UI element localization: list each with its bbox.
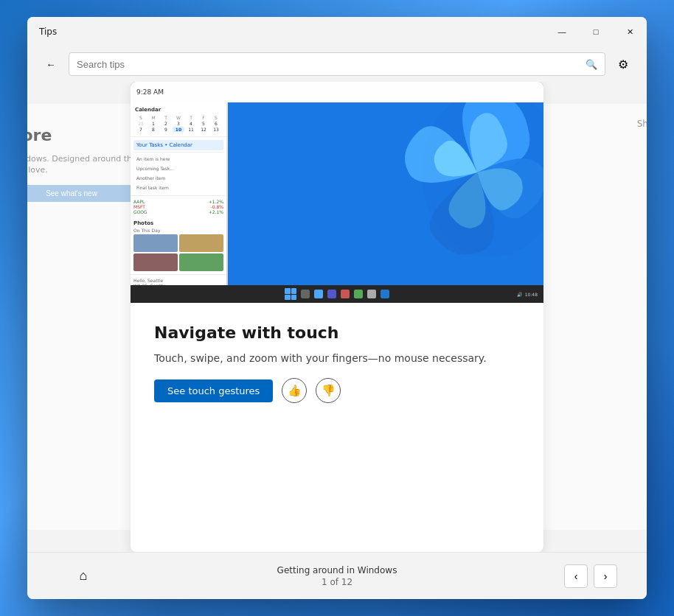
see-touch-gestures-button[interactable]: See touch gestures	[154, 379, 273, 402]
home-button[interactable]: ⌂	[72, 564, 95, 588]
calendar-widget: Calendar S M T W T F S	[131, 102, 226, 137]
screenshot-time: 9:28 AM	[136, 88, 164, 96]
photos-widget: Photos On This Day	[131, 217, 226, 274]
card-text-area: Navigate with touch Touch, swipe, and zo…	[131, 303, 543, 424]
screenshot-topbar: 9:28 AM	[131, 82, 543, 102]
content-area: Explore A new Windows. Designed around t…	[27, 82, 647, 599]
home-icon: ⌂	[80, 568, 88, 584]
searchbar: ← 🔍 ⚙	[27, 46, 647, 82]
footer: ⌂ Getting around in Windows 1 of 12 ‹ ›	[27, 552, 647, 599]
maximize-button[interactable]: □	[579, 17, 613, 46]
search-input-wrapper: 🔍	[69, 52, 605, 76]
thumbs-up-icon: 👍	[288, 384, 302, 397]
screenshot-content: Calendar S M T W T F S	[131, 102, 543, 285]
win11-swirl-svg	[403, 102, 543, 257]
thumbs-up-button[interactable]: 👍	[282, 378, 307, 403]
windows-logo-icon	[285, 288, 296, 300]
back-icon: ←	[46, 59, 55, 70]
window-controls: — □ ✕	[545, 17, 647, 46]
gear-icon: ⚙	[618, 57, 628, 71]
next-button[interactable]: ›	[594, 564, 617, 588]
hero-image: 9:28 AM Calendar S M	[131, 82, 543, 303]
notification-area: Hello, Seattle WA·25, Seattle	[131, 274, 226, 285]
search-icon: 🔍	[586, 59, 597, 70]
footer-nav: Getting around in Windows 1 of 12	[277, 565, 397, 587]
back-button[interactable]: ←	[39, 52, 63, 76]
task-list: Your Tasks • Calendar An item is here Up…	[131, 137, 226, 196]
card-title: Navigate with touch	[154, 323, 520, 342]
window-title: Tips	[39, 27, 57, 37]
win11-wallpaper	[228, 102, 543, 285]
card-actions: See touch gestures 👍 👎	[154, 378, 520, 403]
screenshot-left-panel: Calendar S M T W T F S	[131, 102, 226, 285]
screenshot: 9:28 AM Calendar S M	[131, 82, 543, 303]
chevron-left-icon: ‹	[574, 570, 578, 582]
close-button[interactable]: ✕	[613, 17, 647, 46]
previous-button[interactable]: ‹	[564, 564, 588, 588]
shortcuts-card: Shortcuts	[529, 104, 647, 530]
thumbs-down-icon: 👎	[322, 384, 336, 397]
search-input[interactable]	[77, 59, 581, 70]
card-description: Touch, swipe, and zoom with your fingers…	[154, 351, 520, 366]
screenshot-taskbar: 🔊 10:48	[131, 285, 543, 303]
minimize-button[interactable]: —	[545, 17, 579, 46]
cards-scroll: Explore A new Windows. Designed around t…	[27, 82, 647, 552]
settings-button[interactable]: ⚙	[611, 52, 635, 76]
stocks-widget: AAPL+1.2% MSFT-0.8% GOOG+2.1%	[131, 196, 226, 217]
titlebar: Tips — □ ✕	[27, 17, 647, 46]
screenshot-right	[228, 102, 543, 285]
tips-window: Tips — □ ✕ ← 🔍 ⚙ Explore A new Windows. …	[27, 17, 647, 599]
chevron-right-icon: ›	[604, 570, 608, 582]
footer-progress: 1 of 12	[322, 577, 352, 587]
footer-category: Getting around in Windows	[277, 565, 397, 575]
thumbs-down-button[interactable]: 👎	[316, 378, 341, 403]
navigate-touch-card: 9:28 AM Calendar S M	[131, 82, 543, 552]
